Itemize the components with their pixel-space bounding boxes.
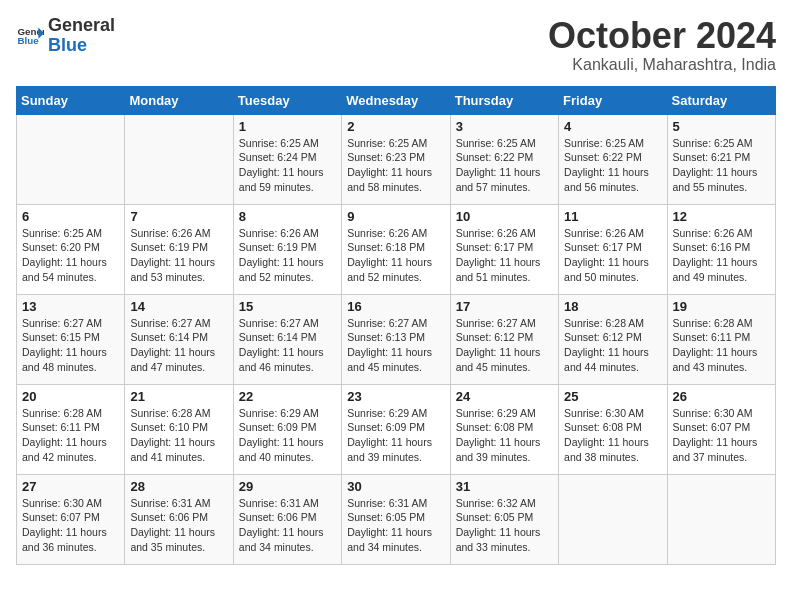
calendar-cell: 2Sunrise: 6:25 AMSunset: 6:23 PMDaylight…: [342, 114, 450, 204]
day-number: 9: [347, 209, 444, 224]
calendar-cell: 1Sunrise: 6:25 AMSunset: 6:24 PMDaylight…: [233, 114, 341, 204]
day-info: Sunrise: 6:25 AMSunset: 6:21 PMDaylight:…: [673, 136, 770, 195]
day-number: 22: [239, 389, 336, 404]
calendar-cell: [667, 474, 775, 564]
calendar-cell: 9Sunrise: 6:26 AMSunset: 6:18 PMDaylight…: [342, 204, 450, 294]
day-number: 5: [673, 119, 770, 134]
day-number: 17: [456, 299, 553, 314]
day-number: 28: [130, 479, 227, 494]
day-number: 8: [239, 209, 336, 224]
calendar-week-row: 13Sunrise: 6:27 AMSunset: 6:15 PMDayligh…: [17, 294, 776, 384]
calendar-cell: 14Sunrise: 6:27 AMSunset: 6:14 PMDayligh…: [125, 294, 233, 384]
day-number: 20: [22, 389, 119, 404]
day-number: 30: [347, 479, 444, 494]
day-info: Sunrise: 6:31 AMSunset: 6:06 PMDaylight:…: [239, 496, 336, 555]
calendar-cell: 3Sunrise: 6:25 AMSunset: 6:22 PMDaylight…: [450, 114, 558, 204]
calendar-cell: 29Sunrise: 6:31 AMSunset: 6:06 PMDayligh…: [233, 474, 341, 564]
calendar-cell: [125, 114, 233, 204]
day-number: 15: [239, 299, 336, 314]
day-number: 29: [239, 479, 336, 494]
calendar-cell: 12Sunrise: 6:26 AMSunset: 6:16 PMDayligh…: [667, 204, 775, 294]
day-info: Sunrise: 6:30 AMSunset: 6:08 PMDaylight:…: [564, 406, 661, 465]
day-number: 6: [22, 209, 119, 224]
calendar-cell: 28Sunrise: 6:31 AMSunset: 6:06 PMDayligh…: [125, 474, 233, 564]
day-info: Sunrise: 6:25 AMSunset: 6:23 PMDaylight:…: [347, 136, 444, 195]
day-number: 18: [564, 299, 661, 314]
calendar-cell: 21Sunrise: 6:28 AMSunset: 6:10 PMDayligh…: [125, 384, 233, 474]
day-info: Sunrise: 6:29 AMSunset: 6:08 PMDaylight:…: [456, 406, 553, 465]
day-info: Sunrise: 6:26 AMSunset: 6:19 PMDaylight:…: [239, 226, 336, 285]
day-info: Sunrise: 6:26 AMSunset: 6:17 PMDaylight:…: [564, 226, 661, 285]
day-number: 16: [347, 299, 444, 314]
day-info: Sunrise: 6:27 AMSunset: 6:13 PMDaylight:…: [347, 316, 444, 375]
day-info: Sunrise: 6:25 AMSunset: 6:22 PMDaylight:…: [564, 136, 661, 195]
day-number: 25: [564, 389, 661, 404]
day-info: Sunrise: 6:27 AMSunset: 6:15 PMDaylight:…: [22, 316, 119, 375]
day-info: Sunrise: 6:28 AMSunset: 6:11 PMDaylight:…: [673, 316, 770, 375]
calendar-cell: 11Sunrise: 6:26 AMSunset: 6:17 PMDayligh…: [559, 204, 667, 294]
day-number: 12: [673, 209, 770, 224]
day-info: Sunrise: 6:28 AMSunset: 6:11 PMDaylight:…: [22, 406, 119, 465]
calendar-cell: 4Sunrise: 6:25 AMSunset: 6:22 PMDaylight…: [559, 114, 667, 204]
day-info: Sunrise: 6:25 AMSunset: 6:20 PMDaylight:…: [22, 226, 119, 285]
day-info: Sunrise: 6:28 AMSunset: 6:12 PMDaylight:…: [564, 316, 661, 375]
weekday-header-friday: Friday: [559, 86, 667, 114]
calendar-week-row: 20Sunrise: 6:28 AMSunset: 6:11 PMDayligh…: [17, 384, 776, 474]
title-section: October 2024 Kankauli, Maharashtra, Indi…: [548, 16, 776, 74]
calendar-cell: 25Sunrise: 6:30 AMSunset: 6:08 PMDayligh…: [559, 384, 667, 474]
calendar-cell: 7Sunrise: 6:26 AMSunset: 6:19 PMDaylight…: [125, 204, 233, 294]
calendar-cell: 30Sunrise: 6:31 AMSunset: 6:05 PMDayligh…: [342, 474, 450, 564]
day-info: Sunrise: 6:30 AMSunset: 6:07 PMDaylight:…: [22, 496, 119, 555]
month-title: October 2024: [548, 16, 776, 56]
day-info: Sunrise: 6:27 AMSunset: 6:12 PMDaylight:…: [456, 316, 553, 375]
calendar-cell: 15Sunrise: 6:27 AMSunset: 6:14 PMDayligh…: [233, 294, 341, 384]
location-title: Kankauli, Maharashtra, India: [548, 56, 776, 74]
day-number: 21: [130, 389, 227, 404]
logo-text: GeneralBlue: [48, 16, 115, 56]
day-info: Sunrise: 6:26 AMSunset: 6:16 PMDaylight:…: [673, 226, 770, 285]
day-info: Sunrise: 6:32 AMSunset: 6:05 PMDaylight:…: [456, 496, 553, 555]
weekday-header-sunday: Sunday: [17, 86, 125, 114]
day-info: Sunrise: 6:30 AMSunset: 6:07 PMDaylight:…: [673, 406, 770, 465]
day-number: 4: [564, 119, 661, 134]
calendar-cell: 6Sunrise: 6:25 AMSunset: 6:20 PMDaylight…: [17, 204, 125, 294]
calendar-cell: 17Sunrise: 6:27 AMSunset: 6:12 PMDayligh…: [450, 294, 558, 384]
day-number: 23: [347, 389, 444, 404]
day-number: 13: [22, 299, 119, 314]
day-number: 26: [673, 389, 770, 404]
day-info: Sunrise: 6:27 AMSunset: 6:14 PMDaylight:…: [239, 316, 336, 375]
calendar-cell: 22Sunrise: 6:29 AMSunset: 6:09 PMDayligh…: [233, 384, 341, 474]
day-number: 7: [130, 209, 227, 224]
day-number: 14: [130, 299, 227, 314]
day-info: Sunrise: 6:31 AMSunset: 6:06 PMDaylight:…: [130, 496, 227, 555]
day-info: Sunrise: 6:25 AMSunset: 6:22 PMDaylight:…: [456, 136, 553, 195]
day-number: 24: [456, 389, 553, 404]
calendar-cell: 23Sunrise: 6:29 AMSunset: 6:09 PMDayligh…: [342, 384, 450, 474]
weekday-header-thursday: Thursday: [450, 86, 558, 114]
calendar-cell: 19Sunrise: 6:28 AMSunset: 6:11 PMDayligh…: [667, 294, 775, 384]
page-header: General Blue GeneralBlue October 2024 Ka…: [16, 16, 776, 74]
day-info: Sunrise: 6:27 AMSunset: 6:14 PMDaylight:…: [130, 316, 227, 375]
logo: General Blue GeneralBlue: [16, 16, 115, 56]
calendar-cell: 20Sunrise: 6:28 AMSunset: 6:11 PMDayligh…: [17, 384, 125, 474]
day-number: 19: [673, 299, 770, 314]
weekday-header-monday: Monday: [125, 86, 233, 114]
day-info: Sunrise: 6:29 AMSunset: 6:09 PMDaylight:…: [347, 406, 444, 465]
calendar-cell: 24Sunrise: 6:29 AMSunset: 6:08 PMDayligh…: [450, 384, 558, 474]
day-info: Sunrise: 6:26 AMSunset: 6:19 PMDaylight:…: [130, 226, 227, 285]
day-number: 3: [456, 119, 553, 134]
day-info: Sunrise: 6:31 AMSunset: 6:05 PMDaylight:…: [347, 496, 444, 555]
day-number: 1: [239, 119, 336, 134]
weekday-header-row: SundayMondayTuesdayWednesdayThursdayFrid…: [17, 86, 776, 114]
calendar-table: SundayMondayTuesdayWednesdayThursdayFrid…: [16, 86, 776, 565]
calendar-cell: 10Sunrise: 6:26 AMSunset: 6:17 PMDayligh…: [450, 204, 558, 294]
svg-text:Blue: Blue: [17, 35, 39, 46]
weekday-header-saturday: Saturday: [667, 86, 775, 114]
calendar-cell: 18Sunrise: 6:28 AMSunset: 6:12 PMDayligh…: [559, 294, 667, 384]
day-info: Sunrise: 6:25 AMSunset: 6:24 PMDaylight:…: [239, 136, 336, 195]
calendar-cell: 31Sunrise: 6:32 AMSunset: 6:05 PMDayligh…: [450, 474, 558, 564]
day-number: 27: [22, 479, 119, 494]
day-number: 31: [456, 479, 553, 494]
calendar-cell: 13Sunrise: 6:27 AMSunset: 6:15 PMDayligh…: [17, 294, 125, 384]
weekday-header-wednesday: Wednesday: [342, 86, 450, 114]
